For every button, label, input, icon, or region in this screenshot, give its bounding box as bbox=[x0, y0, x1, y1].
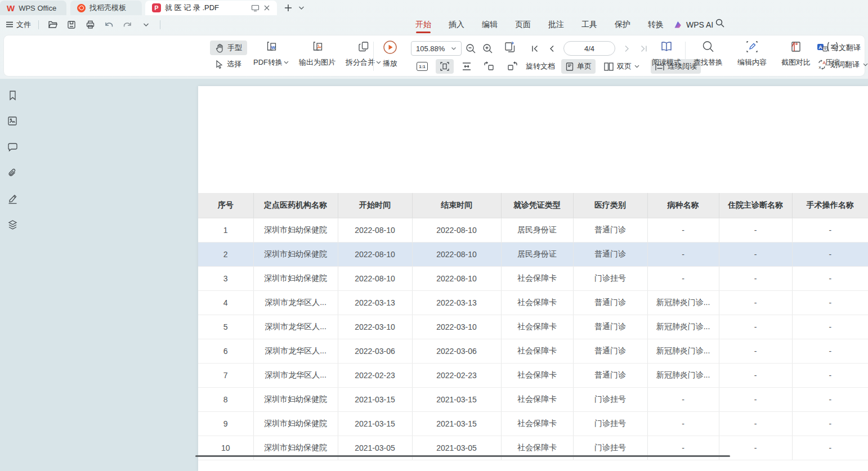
zoom-out-button[interactable] bbox=[463, 41, 478, 56]
search-button[interactable] bbox=[715, 18, 725, 28]
table-cell: - bbox=[792, 363, 868, 387]
table-cell: 居民身份证 bbox=[501, 242, 573, 266]
document-workspace: 序号定点医药机构名称开始时间结束时间就诊凭证类型医疗类别病种名称住院主诊断名称手… bbox=[0, 79, 868, 471]
menu-tab-开始[interactable]: 开始 bbox=[415, 15, 431, 34]
table-cell: 2022-08-10 bbox=[412, 218, 501, 242]
table-cell: 新冠肺炎门诊... bbox=[647, 290, 719, 315]
close-tab-icon[interactable] bbox=[263, 5, 270, 11]
layers-icon[interactable] bbox=[5, 217, 20, 232]
single-page-button[interactable]: 单页 bbox=[561, 59, 596, 74]
menu-tab-转换[interactable]: 转换 bbox=[648, 15, 664, 34]
zoom-level-select[interactable]: 105.88% bbox=[411, 41, 462, 56]
table-cell: 2022-02-23 bbox=[412, 363, 501, 387]
attachment-icon[interactable] bbox=[5, 165, 20, 180]
redo-button[interactable] bbox=[120, 18, 134, 32]
export-image-icon bbox=[311, 40, 324, 53]
open-file-button[interactable] bbox=[46, 18, 60, 32]
new-tab-button[interactable] bbox=[284, 3, 293, 12]
hand-tool-button[interactable]: 手型 bbox=[210, 41, 247, 55]
first-page-button[interactable] bbox=[527, 41, 542, 56]
find-replace-button[interactable]: 查找替换 bbox=[690, 37, 727, 68]
table-cell: 2021-03-15 bbox=[412, 411, 501, 436]
table-cell: - bbox=[647, 218, 719, 242]
menu-tab-页面[interactable]: 页面 bbox=[515, 15, 531, 34]
table-cell: 新冠肺炎门诊... bbox=[647, 339, 719, 363]
table-cell: 居民身份证 bbox=[501, 218, 573, 242]
bookmark-icon[interactable] bbox=[5, 88, 20, 102]
actual-size-button[interactable]: 1:1 bbox=[413, 59, 432, 74]
page-indicator-value: 4/4 bbox=[584, 44, 594, 53]
full-translation-button[interactable]: A文 全文翻译 bbox=[817, 41, 868, 55]
page-organize-button[interactable] bbox=[503, 40, 517, 55]
folder-open-icon bbox=[48, 20, 58, 29]
table-horizontal-scrollbar[interactable] bbox=[195, 455, 730, 457]
wps-logo-icon: W bbox=[7, 4, 15, 12]
table-cell: 2022-08-10 bbox=[338, 242, 412, 266]
svg-text:A: A bbox=[823, 60, 826, 65]
zoom-in-button[interactable] bbox=[480, 41, 495, 56]
table-cell: 普通门诊 bbox=[573, 315, 647, 339]
edit-content-button[interactable]: 编辑内容 bbox=[733, 37, 771, 68]
table-cell: 普通门诊 bbox=[573, 218, 647, 242]
play-button[interactable]: 播放 bbox=[379, 37, 401, 69]
pdf-convert-button[interactable]: W PDF转换 bbox=[249, 37, 293, 68]
table-cell: - bbox=[792, 387, 868, 411]
rotate-doc-label[interactable]: 旋转文档 bbox=[526, 61, 555, 71]
wps-ai-button[interactable]: WPS AI bbox=[673, 15, 713, 34]
undo-button[interactable] bbox=[102, 18, 115, 32]
rotate-right-button[interactable] bbox=[503, 59, 522, 74]
export-as-image-button[interactable]: 输出为图片 bbox=[295, 37, 339, 68]
tab-document[interactable]: P 就 医 记 录 .PDF bbox=[145, 1, 277, 15]
select-tool-button[interactable]: 选择 bbox=[210, 57, 247, 71]
svg-text:A: A bbox=[818, 44, 822, 50]
rotate-left-button[interactable] bbox=[480, 59, 499, 74]
two-page-button[interactable]: 双页 bbox=[599, 59, 643, 74]
pages-refresh-icon bbox=[503, 41, 517, 54]
table-cell: 2022-08-10 bbox=[412, 266, 501, 290]
fit-page-button[interactable] bbox=[436, 59, 454, 74]
menu-tab-编辑[interactable]: 编辑 bbox=[482, 15, 498, 34]
tab-wps-office[interactable]: W WPS Office bbox=[0, 1, 66, 15]
pdf-convert-label: PDF转换 bbox=[253, 57, 283, 68]
comment-icon[interactable] bbox=[5, 140, 20, 154]
tab-wps-office-label: WPS Office bbox=[19, 4, 56, 12]
fit-width-button[interactable] bbox=[458, 59, 476, 74]
menu-tab-保护[interactable]: 保护 bbox=[615, 15, 630, 34]
table-cell: 2022-03-10 bbox=[412, 315, 501, 339]
table-cell: 深圳市龙华区人... bbox=[253, 339, 338, 363]
menu-tab-批注[interactable]: 批注 bbox=[548, 15, 564, 34]
table-row: 3深圳市妇幼保健院2022-08-102022-08-10社会保障卡门诊挂号--… bbox=[198, 266, 868, 290]
pdf-page[interactable]: 序号定点医药机构名称开始时间结束时间就诊凭证类型医疗类别病种名称住院主诊断名称手… bbox=[198, 86, 868, 471]
file-menu-button[interactable]: 文件 bbox=[6, 20, 31, 30]
table-row: 9深圳市妇幼保健院2021-03-152021-03-15社会保障卡门诊挂号--… bbox=[198, 411, 868, 436]
menu-tab-工具[interactable]: 工具 bbox=[581, 15, 597, 34]
column-header: 医疗类别 bbox=[573, 193, 647, 218]
screenshot-compare-button[interactable]: 截图对比 bbox=[777, 37, 815, 68]
search-icon bbox=[715, 18, 725, 28]
save-button[interactable] bbox=[65, 18, 78, 32]
column-header: 住院主诊断名称 bbox=[719, 193, 792, 218]
menu-tab-插入[interactable]: 插入 bbox=[449, 15, 464, 34]
monitor-icon[interactable] bbox=[251, 5, 259, 12]
table-cell: 2022-08-10 bbox=[412, 242, 501, 266]
page-navigation: 4/4 bbox=[527, 41, 651, 56]
table-cell: 深圳市龙华区人... bbox=[253, 363, 338, 387]
next-page-button[interactable] bbox=[620, 41, 634, 56]
read-mode-button[interactable]: 阅读模式 bbox=[648, 37, 685, 68]
table-cell: 普通门诊 bbox=[573, 242, 647, 266]
previous-page-button[interactable] bbox=[544, 41, 559, 56]
tab-docer-templates[interactable]: 找稻壳模板 bbox=[70, 1, 142, 15]
print-button[interactable] bbox=[83, 18, 97, 32]
page-indicator-input[interactable]: 4/4 bbox=[563, 41, 615, 56]
thumbnail-icon[interactable] bbox=[5, 114, 20, 128]
window-tab-bar: W WPS Office 找稻壳模板 P 就 医 记 录 .PDF bbox=[0, 0, 868, 15]
table-cell: - bbox=[647, 242, 719, 266]
tab-list-chevron-icon[interactable] bbox=[298, 6, 305, 10]
signature-icon[interactable] bbox=[5, 191, 20, 206]
full-translation-icon: A文 bbox=[817, 43, 828, 52]
word-translation-button[interactable]: xA 划词翻译 bbox=[817, 57, 868, 71]
table-cell: 8 bbox=[198, 387, 253, 411]
table-cell: 社会保障卡 bbox=[501, 290, 573, 315]
quickbar-more-chevron-icon[interactable] bbox=[139, 18, 153, 32]
tab-docer-label: 找稻壳模板 bbox=[90, 3, 126, 13]
